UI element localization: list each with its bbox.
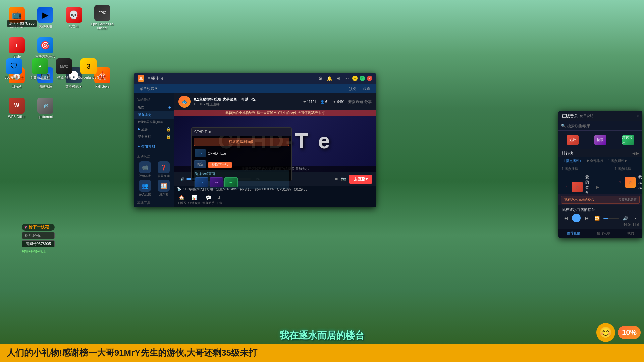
float-window-icon: 🪟: [158, 180, 170, 192]
int-btn-multiplayer[interactable]: 👥 多人竞技: [136, 180, 154, 197]
minimize-button[interactable]: ─: [352, 76, 358, 81]
desktop-icons-grid: 📺 直播伴侣 ▶ 腾讯视频 💀 死亡岛 EPIC Epic Games Laun…: [0, 0, 134, 268]
more-options-btn[interactable]: ⋯: [632, 214, 639, 222]
icon-bl3[interactable]: 3 Borderlands 3: [77, 57, 100, 81]
now-playing-text: 我在逐水而居的楼台: [564, 197, 594, 202]
song-thumb-1: 🎵: [572, 182, 583, 192]
playback-progress[interactable]: [603, 218, 619, 219]
int-btn-float[interactable]: 🪟 悬浮窗: [155, 180, 172, 197]
vol-icon[interactable]: 🔊: [622, 214, 629, 222]
chart-prev-btn[interactable]: ◀: [632, 151, 635, 156]
sidebar-item-smart[interactable]: 智能场景推荐(403) ↕: [134, 119, 174, 126]
game-select-cfhd[interactable]: CF CFHD-T...e: [194, 148, 289, 158]
footer-guess[interactable]: 猜你点歌: [595, 230, 612, 236]
footer-recommend[interactable]: 推荐直播: [565, 230, 582, 236]
quiz-icon: ❓: [158, 161, 170, 173]
menu-mode[interactable]: 菜单模式▼: [137, 85, 161, 92]
menu-preview[interactable]: 预览: [346, 85, 359, 92]
dead-cells-icon: 💀: [66, 7, 82, 23]
loop-btn[interactable]: 🔁: [593, 214, 601, 222]
song-thumb-r1: 🎵: [625, 177, 636, 188]
icon-wps[interactable]: W WPS Office: [3, 94, 30, 122]
chart-tab-sung[interactable]: 主播点唱榜▶: [606, 158, 629, 164]
int-btn-video[interactable]: 📹 视频连麦: [136, 161, 154, 178]
app-logo: 直: [138, 75, 144, 82]
bottom-danmu[interactable]: 💬 弹幕助手: [202, 195, 214, 205]
mini-window-content: 获取游戏封面图 CF CFHD-T...e 确定 获取下一张 选择游戏画面 CF…: [192, 136, 291, 191]
icon-streaming-tool[interactable]: 📺 直播伴侣: [3, 3, 30, 32]
notification-icon[interactable]: 🔔: [326, 76, 333, 81]
icon-tencent-video[interactable]: ▶ 腾讯视频: [32, 3, 59, 32]
song-actions-1: ▶ +: [595, 184, 608, 190]
music-footer: 推荐直播 猜你点歌 我的: [558, 229, 642, 238]
song-name-r1: 我走走: [638, 175, 642, 190]
music-cat-hot[interactable]: 热歌: [558, 131, 586, 149]
stat-views: 👁 9491: [333, 100, 345, 104]
sidebar-item-all-scenes[interactable]: 所有场次: [134, 111, 174, 119]
music-item-1[interactable]: 1 🎵 爱的密令 小偷 ▶ +: [561, 173, 611, 194]
icon-mw2[interactable]: MW2 使命召唤: [55, 57, 73, 81]
settings-icon[interactable]: ⚙: [317, 76, 324, 81]
bottom-download[interactable]: ⬇ 下载: [216, 195, 222, 205]
icon-panda[interactable]: P 学参高清教材: [29, 57, 51, 81]
music-cat-love[interactable]: 情歌: [586, 131, 614, 149]
music-cat-select[interactable]: 精选音乐: [614, 131, 642, 149]
icon-dead-cells[interactable]: 💀 死亡岛: [60, 3, 87, 32]
fans-badge: 粉丝牌+E: [22, 232, 55, 239]
icon-qbt[interactable]: qB qbittorrent: [32, 94, 59, 122]
menu-dots-icon[interactable]: ⋯: [343, 76, 350, 81]
camera-icon[interactable]: 📷: [341, 177, 346, 181]
fangkuai-icon: 🎯: [37, 37, 53, 53]
maximize-button[interactable]: □: [360, 76, 365, 81]
confirm-game-btn[interactable]: 确定: [194, 160, 206, 168]
player-controls-row: ⏮ ⏸ ⏭ 🔁 🔊 ⋯: [562, 214, 639, 222]
int-btn-quiz[interactable]: ❓ 答题互动: [155, 161, 172, 178]
share-btn[interactable]: 分享: [364, 99, 372, 104]
prev-btn[interactable]: ⏮: [562, 214, 569, 222]
game-thumb-2[interactable]: PB: [210, 177, 223, 187]
go-live-button[interactable]: 去直播▾: [349, 175, 372, 184]
menu-settings[interactable]: 设置: [360, 85, 373, 92]
close-button[interactable]: ✕: [367, 76, 372, 81]
grid-icon[interactable]: ⊞: [335, 76, 341, 81]
charts-title: 排行榜: [562, 150, 573, 156]
game-thumb-1[interactable]: CF: [195, 177, 208, 187]
play-pause-btn[interactable]: ⏸: [572, 214, 581, 222]
record-icon[interactable]: ⏺: [334, 177, 338, 181]
footer-mine[interactable]: 我的: [625, 230, 636, 236]
sidebar-item-scenes[interactable]: 场次 +: [134, 103, 174, 111]
bottom-home[interactable]: 🏠 主播秀: [177, 195, 186, 205]
get-next-btn[interactable]: 获取下一张: [208, 162, 232, 168]
huituo-label: 回收站: [12, 85, 22, 89]
percentage-display: 10%: [618, 326, 641, 339]
icon-360[interactable]: 🛡 360安全卫士: [3, 57, 25, 81]
now-playing-location: 屋顶观眺天庭: [619, 198, 637, 202]
epic-label: Epic Games Launcher: [90, 22, 114, 31]
chart-next-btn[interactable]: ▶: [636, 151, 639, 156]
stat-online: 👤 61: [320, 100, 329, 104]
next-btn[interactable]: ⏭: [583, 214, 591, 222]
music-search-input[interactable]: [567, 124, 640, 128]
multiplayer-icon: 👥: [139, 180, 151, 192]
music-item-r2[interactable]: 2 🎵 尊重老人: [614, 191, 642, 194]
notify-btn[interactable]: 开播通知: [348, 99, 363, 104]
sidebar-item-fullscreen[interactable]: 全屏 🔒: [134, 126, 174, 133]
playing-info: 我在逐水而居的楼台: [562, 207, 639, 212]
room-badge: 房间号9378905: [7, 20, 37, 27]
game-thumb-3[interactable]: BL: [224, 177, 238, 187]
add-btn-1[interactable]: +: [602, 184, 608, 190]
subtitle-bar: 我在逐水而居的楼台: [0, 329, 644, 342]
360-icon: 🛡: [6, 58, 22, 74]
icon-epic[interactable]: EPIC Epic Games Launcher: [89, 3, 116, 32]
epic-icon: EPIC: [94, 5, 110, 21]
panda-icon: P: [32, 58, 48, 74]
chart-tab-all[interactable]: ▶全部排行: [585, 158, 605, 164]
bottom-stats[interactable]: 📊 统计数据: [188, 195, 200, 205]
qbt-label: qbittorrent: [38, 115, 53, 119]
sidebar-item-safe-assets[interactable]: 安全素材 🔒: [134, 133, 174, 140]
play-btn-1[interactable]: ▶: [595, 184, 601, 190]
chart-tab-played[interactable]: 主播点播榜＞: [561, 158, 584, 164]
add-asset-btn[interactable]: + 添加素材: [134, 142, 174, 150]
music-item-r1[interactable]: 1 🎵 我走走: [614, 173, 642, 191]
music-close-btn[interactable]: ×: [636, 113, 639, 119]
